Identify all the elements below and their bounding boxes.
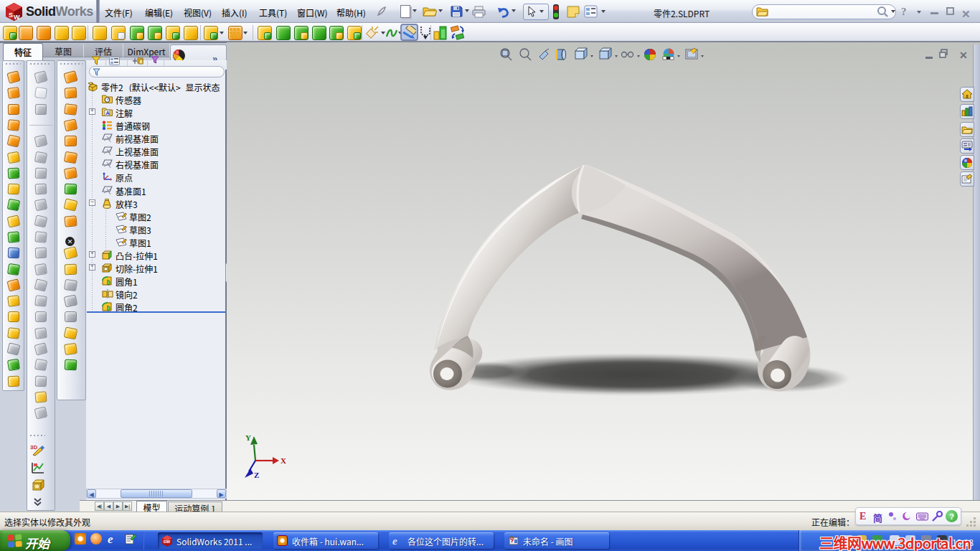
svg-text:X: X xyxy=(281,456,286,465)
svg-text:Z: Z xyxy=(254,471,259,479)
svg-text:W: W xyxy=(14,14,20,21)
svg-text:3D: 3D xyxy=(30,444,37,451)
svg-text:A: A xyxy=(105,110,110,116)
svg-text:S: S xyxy=(9,11,13,19)
svg-text:Y: Y xyxy=(245,433,251,442)
svg-text:SW: SW xyxy=(164,540,171,544)
